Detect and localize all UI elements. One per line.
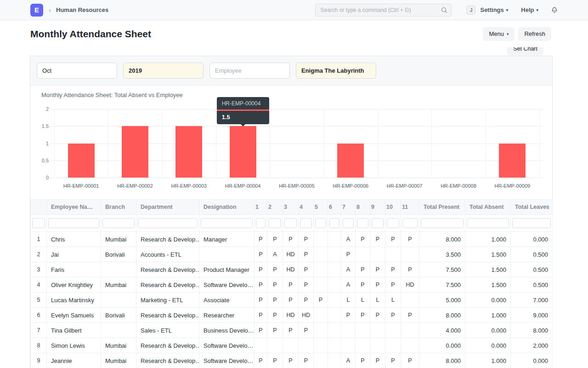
total-present-cell[interactable]: 0.000 (419, 338, 465, 353)
department-cell[interactable]: Research & Develop… (136, 308, 199, 323)
designation-cell[interactable]: Associate (199, 293, 254, 308)
day-status-cell[interactable] (314, 353, 328, 368)
designation-cell[interactable]: Business Develo… (199, 323, 254, 338)
settings-menu[interactable]: Settings ▾ (480, 6, 508, 13)
row-index-cell[interactable]: 6 (31, 308, 47, 323)
day-status-cell[interactable] (314, 262, 328, 277)
day-status-cell[interactable] (401, 323, 419, 338)
column-filter-input[interactable] (138, 218, 198, 228)
row-index-cell[interactable]: 9 (31, 353, 47, 368)
total-present-cell[interactable]: 8.000 (419, 232, 465, 247)
day-status-cell[interactable]: P (254, 353, 267, 368)
column-header-7[interactable]: 7 (341, 200, 356, 215)
day-status-cell[interactable]: P (299, 232, 314, 247)
day-status-cell[interactable]: P (299, 262, 314, 277)
column-header-1[interactable]: 1 (254, 200, 267, 215)
branch-cell[interactable]: Mumbai (101, 277, 136, 293)
day-status-cell[interactable]: P (299, 247, 314, 262)
column-header-total-absent[interactable]: Total Absent (465, 200, 511, 215)
day-status-cell[interactable]: P (267, 232, 283, 247)
filter-input-month[interactable] (37, 63, 117, 79)
total-present-cell[interactable]: 8.000 (419, 308, 465, 323)
day-status-cell[interactable] (254, 338, 267, 353)
day-status-cell[interactable] (314, 338, 328, 353)
day-status-cell[interactable]: HD (299, 308, 314, 323)
app-logo[interactable]: E (30, 4, 43, 17)
day-status-cell[interactable] (356, 247, 370, 262)
column-filter-input[interactable] (269, 218, 281, 228)
day-status-cell[interactable]: HD (401, 277, 419, 293)
day-status-cell[interactable]: P (370, 353, 385, 368)
column-header-total-leaves[interactable]: Total Leaves (511, 200, 553, 215)
column-header-total-present[interactable]: Total Present (419, 200, 465, 215)
day-status-cell[interactable]: P (267, 323, 283, 338)
day-status-cell[interactable]: P (385, 277, 401, 293)
day-status-cell[interactable]: P (314, 293, 328, 308)
search-input[interactable] (315, 4, 452, 17)
column-filter-input[interactable] (201, 218, 253, 228)
total-present-cell[interactable]: 3.500 (419, 247, 465, 262)
total-present-cell[interactable]: 8.000 (419, 353, 465, 368)
day-status-cell[interactable]: A (341, 232, 356, 247)
total-present-cell[interactable]: 5.000 (419, 293, 465, 308)
day-status-cell[interactable]: P (401, 262, 419, 277)
help-menu[interactable]: Help ▾ (521, 6, 538, 13)
day-status-cell[interactable]: P (254, 277, 267, 293)
total-leaves-cell[interactable]: 0.500 (511, 262, 553, 277)
day-status-cell[interactable] (328, 338, 341, 353)
day-status-cell[interactable]: P (370, 232, 385, 247)
column-header-10[interactable]: 10 (385, 200, 401, 215)
total-present-cell[interactable]: 7.500 (419, 262, 465, 277)
bar-HR-EMP-00004[interactable] (230, 126, 256, 178)
day-status-cell[interactable]: P (254, 308, 267, 323)
department-cell[interactable]: Marketing - ETL (136, 293, 199, 308)
designation-cell[interactable]: Manager (199, 232, 254, 247)
row-index-cell[interactable]: 8 (31, 338, 47, 353)
day-status-cell[interactable]: A (341, 353, 356, 368)
day-status-cell[interactable]: P (356, 277, 370, 293)
total-absent-cell[interactable]: 0.000 (465, 293, 511, 308)
department-cell[interactable]: Research & Develop… (136, 353, 199, 368)
day-status-cell[interactable]: P (267, 262, 283, 277)
employee-cell[interactable]: Oliver Knightley (47, 277, 101, 293)
bar-HR-EMP-00001[interactable] (68, 144, 95, 178)
day-status-cell[interactable]: P (267, 353, 283, 368)
day-status-cell[interactable]: P (299, 293, 314, 308)
total-present-cell[interactable]: 7.500 (419, 277, 465, 293)
column-header-employee-na-[interactable]: Employee Na… (47, 200, 101, 215)
day-status-cell[interactable]: P (356, 353, 370, 368)
row-index-cell[interactable]: 5 (31, 293, 47, 308)
refresh-button[interactable]: Refresh (518, 27, 551, 41)
day-status-cell[interactable] (356, 323, 370, 338)
day-status-cell[interactable]: P (401, 308, 419, 323)
column-header-department[interactable]: Department (136, 200, 199, 215)
column-header-8[interactable]: 8 (356, 200, 370, 215)
column-header-4[interactable]: 4 (299, 200, 314, 215)
employee-cell[interactable]: Jeannie (47, 353, 101, 368)
column-filter-input[interactable] (284, 218, 297, 228)
day-status-cell[interactable]: A (341, 277, 356, 293)
day-status-cell[interactable]: P (356, 232, 370, 247)
day-status-cell[interactable]: P (341, 247, 356, 262)
employee-cell[interactable]: Simon Lewis (47, 338, 101, 353)
column-header-5[interactable]: 5 (314, 200, 328, 215)
day-status-cell[interactable]: P (299, 323, 314, 338)
day-status-cell[interactable] (401, 247, 419, 262)
total-leaves-cell[interactable]: 7.000 (511, 293, 553, 308)
day-status-cell[interactable]: P (385, 262, 401, 277)
designation-cell[interactable]: Software Develo… (199, 338, 254, 353)
day-status-cell[interactable]: P (299, 277, 314, 293)
day-status-cell[interactable] (356, 338, 370, 353)
filter-input-year[interactable] (123, 63, 204, 79)
day-status-cell[interactable]: P (283, 323, 299, 338)
set-chart-button[interactable]: Set Chart (507, 47, 543, 55)
department-cell[interactable]: Sales - ETL (136, 323, 199, 338)
day-status-cell[interactable] (328, 232, 341, 247)
total-present-cell[interactable]: 4.000 (419, 323, 465, 338)
day-status-cell[interactable]: P (254, 262, 267, 277)
day-status-cell[interactable] (283, 338, 299, 353)
total-absent-cell[interactable]: 1.500 (465, 262, 511, 277)
day-status-cell[interactable] (328, 353, 341, 368)
day-status-cell[interactable]: L (341, 293, 356, 308)
column-header-branch[interactable]: Branch (101, 200, 136, 215)
